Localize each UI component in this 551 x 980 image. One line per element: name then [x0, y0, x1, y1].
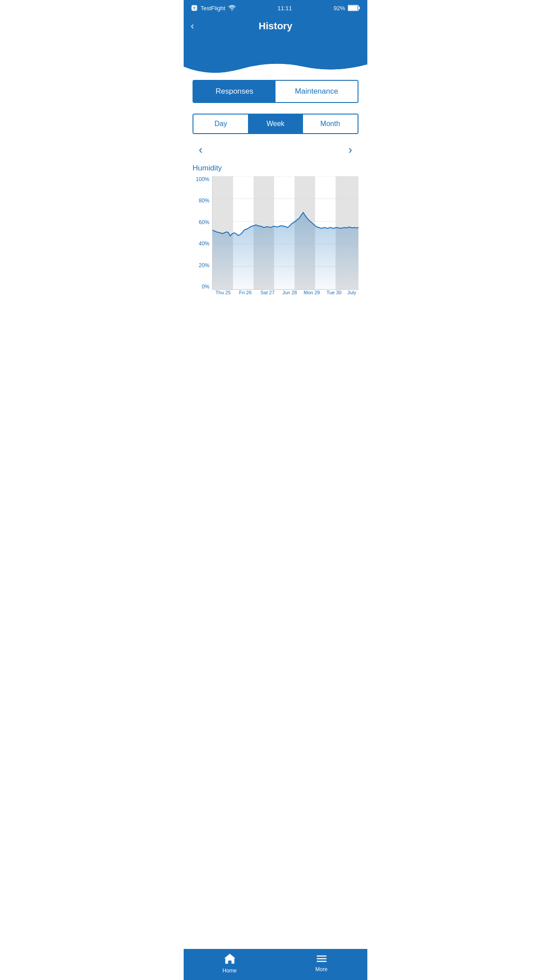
y-label-40: 40% [199, 241, 212, 247]
x-label-tue30: Tue 30 [323, 290, 345, 300]
y-label-60: 60% [199, 219, 212, 225]
page-title: History [206, 20, 345, 32]
humidity-chart-section: Humidity 100% 80% 60% 40% 20% 0% [193, 164, 358, 300]
period-day[interactable]: Day [193, 115, 248, 133]
y-label-80: 80% [199, 198, 212, 204]
y-label-0: 0% [202, 284, 212, 290]
back-button[interactable]: ‹ [191, 20, 194, 32]
chart-container: 100% 80% 60% 40% 20% 0% [193, 176, 358, 300]
status-bar: T TestFlight 11:11 92% [184, 0, 367, 16]
svg-text:T: T [193, 6, 196, 10]
status-right: 92% [334, 5, 360, 12]
status-time: 11:11 [278, 5, 292, 12]
x-label-july: July [345, 290, 358, 300]
x-label-thu25: Thu 25 [212, 290, 234, 300]
chart-title: Humidity [193, 164, 358, 173]
y-label-20: 20% [199, 262, 212, 269]
header: ‹ History [184, 16, 367, 54]
chart-svg-area [212, 176, 358, 290]
app-name: TestFlight [201, 5, 225, 12]
chart-y-axis: 100% 80% 60% 40% 20% 0% [193, 176, 212, 290]
y-label-100: 100% [196, 176, 212, 182]
main-content: Responses Maintenance Day Week Month ‹ ›… [184, 75, 367, 318]
period-week[interactable]: Week [248, 115, 303, 133]
period-month[interactable]: Month [303, 115, 358, 133]
next-period-button[interactable]: › [344, 141, 357, 158]
svg-rect-4 [358, 7, 360, 9]
battery-icon [348, 5, 360, 11]
svg-rect-3 [348, 6, 358, 10]
chart-x-axis: Thu 25 Fri 26 Sat 27 Jun 28 Mon 29 Tue 3… [212, 290, 358, 300]
wifi-icon [228, 5, 236, 11]
battery-percent: 92% [334, 5, 345, 12]
period-navigation: ‹ › [193, 141, 358, 158]
period-switcher: Day Week Month [193, 114, 358, 134]
prev-period-button[interactable]: ‹ [194, 141, 207, 158]
x-label-sat27: Sat 27 [256, 290, 279, 300]
testflight-icon: T [191, 4, 198, 12]
status-left: T TestFlight [191, 4, 236, 12]
tab-responses[interactable]: Responses [193, 81, 276, 102]
main-tab-switcher: Responses Maintenance [193, 80, 358, 103]
x-label-mon29: Mon 29 [301, 290, 323, 300]
x-label-fri26: Fri 26 [234, 290, 256, 300]
x-label-jun28: Jun 28 [279, 290, 301, 300]
tab-maintenance[interactable]: Maintenance [276, 81, 358, 102]
wave-decoration [184, 53, 367, 75]
